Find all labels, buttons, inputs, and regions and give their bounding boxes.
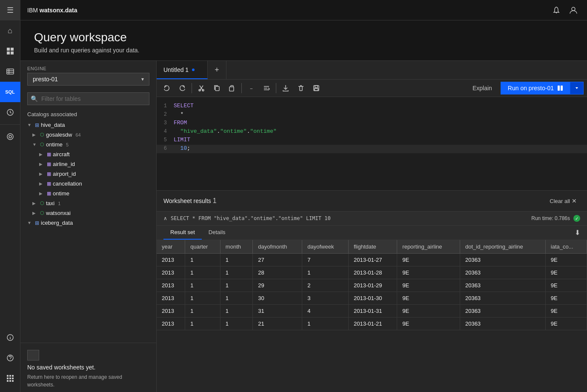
tree-item-iceberg-data[interactable]: ▼ ⊞ iceberg_data [20, 218, 156, 228]
table-cell: 1 [220, 305, 252, 318]
search-icon: 🔍 [31, 95, 38, 102]
format-button[interactable] [260, 81, 273, 95]
cut-button[interactable] [195, 81, 208, 95]
tree-label: watsonxai [46, 210, 71, 216]
col-month: month [220, 240, 252, 254]
nav-home[interactable]: ⌂ [0, 20, 20, 41]
nav-data[interactable] [0, 61, 20, 82]
schema-icon: ⬡ [40, 200, 44, 206]
nav-apps[interactable] [0, 368, 20, 389]
schema-count: 1 [58, 201, 60, 206]
tree-item-watsonxai[interactable]: ▶ ⬡ watsonxai [20, 208, 156, 218]
collapse-button[interactable]: ∧ [163, 215, 167, 221]
tree-label: hive_data [41, 122, 65, 128]
table-cell: 2 [302, 279, 349, 292]
results-title: Worksheet results [163, 197, 211, 204]
svg-rect-0 [7, 48, 10, 51]
table-cell: 1 [185, 266, 220, 279]
toggle-icon: ▶ [39, 162, 45, 166]
schema-icon: ⬡ [40, 210, 44, 216]
copy-button[interactable] [210, 81, 223, 95]
svg-rect-40 [558, 86, 560, 91]
tree-label: taxi [46, 200, 54, 206]
svg-rect-41 [561, 86, 563, 91]
toggle-icon: ▶ [39, 191, 45, 196]
nav-query[interactable] [0, 126, 20, 147]
table-cell: 21 [253, 318, 302, 330]
explain-button[interactable]: Explain [466, 82, 499, 94]
toggle-icon: ▶ [32, 132, 38, 137]
table-cell: 9E [397, 292, 460, 305]
engine-select[interactable]: presto-01 ▾ [27, 73, 149, 86]
svg-rect-24 [12, 380, 14, 382]
tree-item-ontime-schema[interactable]: ▼ ⬡ ontime 5 [20, 140, 156, 149]
filter-input[interactable] [27, 92, 149, 105]
schema-count: 64 [75, 132, 80, 137]
toolbar-sep-3 [276, 83, 276, 93]
table-cell: 2013 [157, 318, 185, 330]
table-icon: ▦ [47, 152, 51, 157]
nav-grid[interactable] [0, 41, 20, 61]
download-button[interactable]: ⬇ [573, 227, 582, 238]
engine-value: presto-01 [33, 76, 58, 83]
table-header-row: year quarter month dayofmonth dayofweek … [157, 240, 587, 254]
results-count: 1 [213, 197, 217, 205]
editor-area: Untitled 1 + [157, 61, 587, 392]
tree-item-cancellation[interactable]: ▶ ▦ cancellation [20, 179, 156, 189]
svg-rect-3 [11, 52, 14, 54]
clear-all-button[interactable]: Clear all ✕ [546, 196, 580, 206]
table-row: 2013112772013-01-279E203639E [157, 254, 587, 266]
nav-history[interactable] [0, 102, 20, 123]
nav-info[interactable] [0, 327, 20, 348]
tab-result-set[interactable]: Result set [163, 226, 202, 240]
table-wrap[interactable]: year quarter month dayofmonth dayofweek … [157, 240, 587, 330]
run-button[interactable]: Run on presto-01 [501, 82, 570, 94]
table-cell: 9E [397, 266, 460, 279]
nav-menu[interactable]: ☰ [0, 0, 20, 20]
undo-button[interactable] [160, 81, 174, 95]
table-row: 2013112812013-01-289E203639E [157, 266, 587, 279]
tree-item-aircraft[interactable]: ▶ ▦ aircraft [20, 149, 156, 159]
table-icon: ▦ [47, 181, 51, 186]
table-cell: 9E [545, 266, 587, 279]
redo-button[interactable] [175, 81, 189, 95]
col-quarter: quarter [185, 240, 220, 254]
table-cell: 1 [185, 305, 220, 318]
comment-button[interactable]: -- [244, 81, 258, 95]
user-avatar[interactable] [567, 3, 580, 17]
save-button[interactable] [309, 81, 323, 95]
svg-rect-17 [9, 375, 11, 377]
run-dropdown-button[interactable] [570, 82, 583, 94]
toggle-icon: ▶ [32, 211, 38, 215]
nav-top: ☰ ⌂ SQL [0, 0, 20, 147]
tabs-bar: Untitled 1 + [157, 61, 587, 80]
svg-rect-22 [7, 380, 9, 382]
tree-item-gosalesdw[interactable]: ▶ ⬡ gosalesdw 64 [20, 130, 156, 140]
tree-item-airline-id[interactable]: ▶ ▦ airline_id [20, 159, 156, 169]
code-editor[interactable]: 1 SELECT 2 * 3 FROM 4 "hive_data"."ontim… [157, 97, 587, 191]
saved-search [27, 350, 149, 361]
nav-help[interactable] [0, 348, 20, 368]
clear-editor-button[interactable] [294, 81, 308, 95]
export-button[interactable] [279, 81, 292, 95]
saved-search-input[interactable] [27, 350, 39, 361]
workspace: Engine presto-01 ▾ 🔍 Catalogs associated… [20, 60, 587, 392]
svg-rect-2 [7, 52, 10, 54]
tree-item-hive-data[interactable]: ▼ ⊞ hive_data [20, 120, 156, 130]
result-tab-actions: ⬇ [573, 227, 587, 238]
run-button-group: Run on presto-01 [501, 82, 584, 94]
table-cell: 2013-01-27 [349, 254, 397, 266]
tab-details[interactable]: Details [202, 226, 232, 240]
tab-add-button[interactable]: + [208, 61, 226, 79]
notifications-button[interactable] [550, 3, 563, 17]
toggle-icon: ▼ [32, 142, 38, 147]
tab-untitled-1[interactable]: Untitled 1 [157, 61, 208, 79]
chevron-down-icon: ▾ [141, 76, 144, 82]
svg-point-27 [572, 7, 575, 11]
saved-empty-title: No saved worksheets yet. [27, 364, 149, 371]
paste-button[interactable] [225, 81, 239, 95]
tree-item-ontime-table[interactable]: ▶ ▦ ontime [20, 189, 156, 198]
tree-item-taxi[interactable]: ▶ ⬡ taxi 1 [20, 198, 156, 208]
tree-item-airport-id[interactable]: ▶ ▦ airport_id [20, 169, 156, 179]
nav-sql[interactable]: SQL [0, 82, 20, 102]
